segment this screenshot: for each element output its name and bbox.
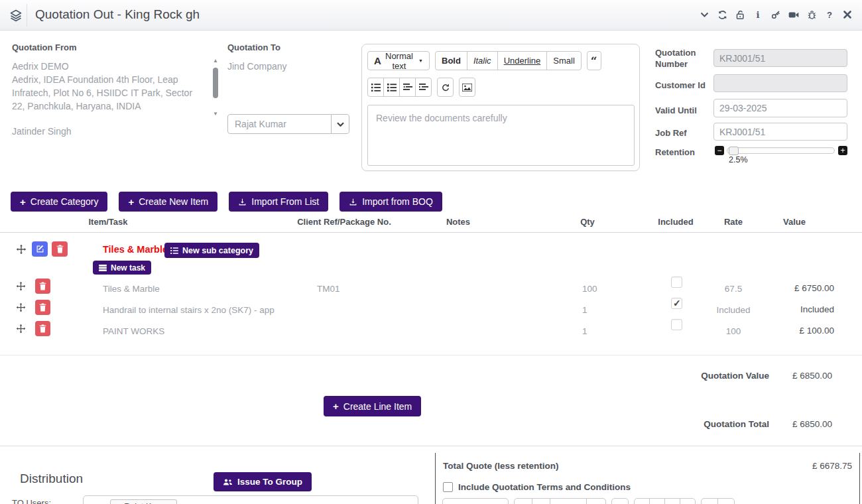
- chevron-down-icon[interactable]: [331, 115, 349, 133]
- font-icon: A: [374, 55, 381, 66]
- delete-item-button[interactable]: [35, 300, 50, 315]
- total-quote-value: £ 6678.75: [812, 461, 852, 471]
- create-category-button[interactable]: + Create Category: [11, 192, 107, 212]
- toolbar-button[interactable]: [649, 498, 665, 504]
- job-ref-field[interactable]: [713, 123, 847, 141]
- divider: [0, 232, 862, 233]
- help-icon[interactable]: ?: [824, 9, 835, 20]
- scroll-thumb[interactable]: [213, 68, 218, 98]
- toolbar-button[interactable]: [442, 498, 509, 504]
- chevron-down-icon[interactable]: [699, 9, 709, 20]
- delete-category-button[interactable]: [52, 241, 68, 257]
- scrollbar[interactable]: ▲ ▼: [212, 58, 219, 117]
- include-terms-checkbox[interactable]: [443, 482, 453, 492]
- included-checkbox[interactable]: [671, 298, 682, 309]
- plus-icon: +: [20, 197, 26, 207]
- to-users-input[interactable]: × Rajat Kumar: [83, 495, 418, 504]
- item-qty: 1: [582, 305, 587, 315]
- divider: [859, 453, 860, 504]
- import-from-boq-button[interactable]: Import from BOQ: [339, 192, 442, 212]
- edit-category-button[interactable]: [32, 241, 48, 257]
- item-qty: 1: [582, 326, 587, 336]
- included-checkbox[interactable]: [671, 277, 682, 288]
- download-icon: [238, 198, 247, 206]
- toolbar-button[interactable]: [611, 498, 629, 504]
- outdent-icon[interactable]: [399, 78, 416, 97]
- toolbar-button[interactable]: [514, 498, 532, 504]
- image-icon[interactable]: [459, 78, 475, 97]
- category-row: Tiles & Marble New sub category: [0, 239, 862, 259]
- toolbar-button[interactable]: [586, 498, 606, 504]
- key-icon[interactable]: [770, 9, 781, 20]
- scroll-down-icon[interactable]: ▼: [212, 111, 219, 117]
- unlock-icon[interactable]: [735, 9, 745, 20]
- table-row: Handrail to internal stairs x 2no (SK7) …: [0, 297, 862, 318]
- quotation-value-label: Quotation Value: [653, 371, 769, 381]
- close-icon[interactable]: [842, 9, 853, 20]
- issue-to-group-button[interactable]: Issue To Group: [214, 472, 312, 491]
- toolbar-button[interactable]: [550, 498, 587, 504]
- toolbar-button[interactable]: [532, 498, 550, 504]
- from-contact: Jatinder Singh: [12, 125, 220, 138]
- bug-icon[interactable]: [806, 9, 817, 20]
- retention-slider[interactable]: [727, 147, 835, 154]
- plus-icon: +: [128, 197, 134, 207]
- scroll-up-icon[interactable]: ▲: [212, 58, 219, 64]
- toolbar-button[interactable]: [701, 498, 718, 504]
- move-icon[interactable]: [16, 281, 26, 291]
- text-style-value: Normal text: [385, 51, 414, 71]
- bold-button[interactable]: Bold: [435, 51, 467, 70]
- quotation-total-label: Quotation Total: [653, 419, 769, 429]
- valid-until-label: Valid Until: [655, 105, 697, 116]
- unordered-list-icon[interactable]: [367, 78, 384, 97]
- move-icon[interactable]: [16, 302, 26, 312]
- item-value: £ 6750.00: [769, 283, 834, 293]
- to-company: Jind Company: [227, 60, 353, 73]
- download-icon: [349, 198, 357, 206]
- ordered-list-icon[interactable]: [383, 78, 400, 97]
- titlebar-actions: i ?: [699, 9, 853, 20]
- retention-slider-handle[interactable]: [729, 147, 739, 155]
- quotation-from-address: Aedrix DEMO Aedrix, IDEA Foundation 4th …: [12, 60, 203, 113]
- create-line-item-button[interactable]: + Create Line Item: [324, 396, 421, 416]
- create-new-item-button[interactable]: + Create New Item: [119, 192, 217, 212]
- item-qty: 100: [582, 284, 597, 294]
- toolbar-button[interactable]: [634, 498, 650, 504]
- italic-button[interactable]: Italic: [467, 51, 498, 70]
- new-task-button[interactable]: New task: [93, 261, 151, 275]
- col-value: Value: [783, 217, 806, 227]
- info-icon[interactable]: i: [753, 9, 763, 20]
- toolbar-button[interactable]: [717, 498, 735, 504]
- delete-item-button[interactable]: [35, 321, 50, 336]
- job-ref-label: Job Ref: [655, 127, 687, 139]
- redo-icon[interactable]: [437, 78, 454, 97]
- new-sub-category-button[interactable]: New sub category: [164, 243, 259, 258]
- from-address: Aedrix, IDEA Foundation 4th Floor, Leap …: [12, 73, 203, 113]
- included-checkbox[interactable]: [671, 319, 682, 330]
- small-button[interactable]: Small: [546, 51, 582, 70]
- table-row: PAINT WORKS 1 100 £ 100.00: [0, 318, 862, 340]
- contact-select[interactable]: Rajat Kumar: [227, 114, 349, 134]
- quotation-from-section: Quotation From Aedrix DEMO Aedrix, IDEA …: [12, 42, 220, 138]
- to-users-label: TO Users:: [12, 498, 51, 504]
- retention-increase-button[interactable]: +: [838, 146, 847, 155]
- caret-down-icon: ▼: [418, 58, 423, 63]
- delete-item-button[interactable]: [35, 279, 50, 294]
- toolbar-button[interactable]: [664, 498, 680, 504]
- col-rate: Rate: [724, 217, 743, 227]
- underline-button[interactable]: Underline: [497, 51, 548, 70]
- quotation-to-section: Quotation To Jind Company Rajat Kumar: [227, 42, 353, 73]
- text-style-select[interactable]: A Normal text ▼: [367, 51, 430, 70]
- blockquote-icon[interactable]: “: [587, 51, 601, 70]
- import-from-list-button[interactable]: Import From List: [229, 192, 328, 212]
- item-value: Included: [769, 304, 834, 314]
- video-camera-icon[interactable]: [788, 9, 799, 20]
- refresh-icon[interactable]: [717, 9, 727, 20]
- indent-icon[interactable]: [415, 78, 432, 97]
- retention-decrease-button[interactable]: −: [715, 146, 724, 155]
- valid-until-field[interactable]: [713, 99, 847, 117]
- move-icon[interactable]: [16, 324, 26, 334]
- toolbar-button[interactable]: [680, 498, 696, 504]
- notes-content[interactable]: Review the documents carefully: [367, 105, 635, 166]
- move-icon[interactable]: [16, 244, 27, 255]
